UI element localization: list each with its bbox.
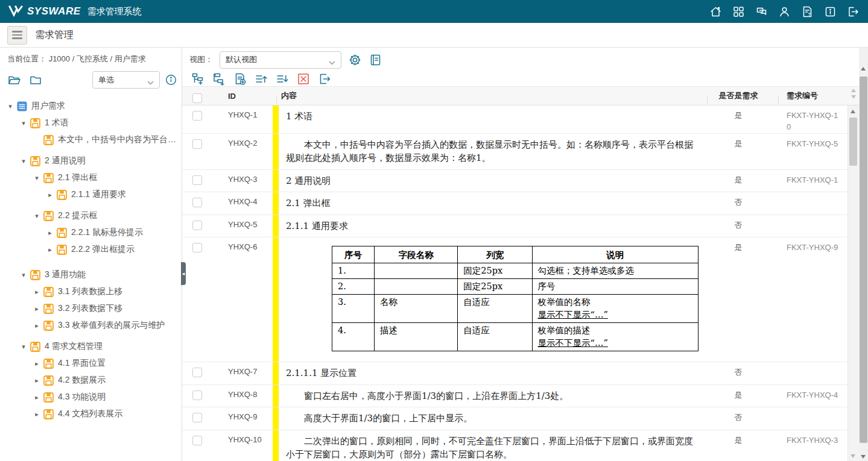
scrollbar-down-arrow[interactable] <box>851 454 855 458</box>
row-checkbox[interactable] <box>192 175 202 185</box>
tree-caret-icon[interactable]: ▸ <box>33 411 41 418</box>
add-child-node-icon[interactable] <box>212 72 226 86</box>
tree-item[interactable]: ▸4.3 功能说明 <box>0 389 182 406</box>
user-icon[interactable] <box>778 5 791 18</box>
select-all-checkbox[interactable] <box>192 93 202 103</box>
tree-caret-icon[interactable]: ▸ <box>46 230 54 236</box>
tree-item[interactable]: ▸2.2.2 弹出框提示 <box>0 241 182 258</box>
apps-grid-icon[interactable] <box>732 5 745 18</box>
tree-item[interactable]: ▸3.3 枚举值列表的展示与维护 <box>0 317 182 334</box>
table-row[interactable]: YHXQ-8窗口左右居中，高度小于界面1/3的窗口，上沿在界面上方1/3处。是F… <box>182 385 848 408</box>
row-checkbox[interactable] <box>192 243 202 252</box>
tree-caret-icon[interactable]: ▸ <box>33 322 41 329</box>
tree-caret-icon[interactable]: ▾ <box>19 272 28 278</box>
table-row[interactable]: YHXQ-10二次弹出的窗口，原则相同，同时，不可完全盖住下层窗口，界面上沿低于… <box>182 430 848 461</box>
tree-caret-icon[interactable]: ▾ <box>6 103 14 110</box>
delete-icon[interactable] <box>297 72 310 86</box>
tree-item[interactable]: ▾2.1 弹出框 <box>0 169 182 186</box>
tree-item[interactable]: ▸3.2 列表数据下移 <box>0 300 182 317</box>
tree-caret-icon[interactable]: ▾ <box>33 175 41 181</box>
export-icon[interactable] <box>318 72 331 86</box>
tree-caret-icon[interactable]: ▸ <box>33 377 41 384</box>
tree-item[interactable]: ▾用户需求 <box>0 98 182 114</box>
select-mode-dropdown[interactable]: 单选 <box>92 71 160 89</box>
row-content: 1 术语 <box>273 105 706 133</box>
table-row[interactable]: YHXQ-2本文中，中括号中内容为平台插入的数据，数据显示时无中括号。如：名称顺… <box>182 134 848 170</box>
tree-caret-icon[interactable]: ▸ <box>33 394 41 401</box>
column-header-req-no[interactable]: 需求编号 <box>771 90 848 101</box>
row-checkbox[interactable] <box>192 368 202 377</box>
tree-caret-icon[interactable]: ▾ <box>19 343 28 350</box>
row-checkbox[interactable] <box>192 436 202 445</box>
column-header-is-requirement[interactable]: 是否是需求 <box>706 90 771 101</box>
expand-all-folder-icon[interactable] <box>7 73 22 87</box>
table-row[interactable]: YHXQ-11 术语是FKXT-YHXQ-10 <box>182 105 848 134</box>
column-header-id[interactable]: ID <box>212 92 273 101</box>
breadcrumb: 当前位置： J1000 / 飞控系统 / 用户需求 <box>0 48 182 68</box>
home-icon[interactable] <box>709 5 722 18</box>
requirement-tree: ▾用户需求▾1 术语本文中，中括号中内容为平台插...▾2 通用说明▾2.1 弹… <box>0 92 182 422</box>
column-header-content[interactable]: 内容 <box>273 90 706 101</box>
add-document-icon[interactable] <box>233 72 247 86</box>
view-list-icon[interactable] <box>369 53 382 67</box>
table-row[interactable]: YHXQ-72.1.1.1 显示位置否 <box>182 362 848 385</box>
tree-item-label: 4.1 界面位置 <box>58 358 106 369</box>
tree-item[interactable]: ▾2.2 提示框 <box>0 207 182 224</box>
tree-item[interactable]: ▾3 通用功能 <box>0 266 182 283</box>
tree-item[interactable]: ▸3.1 列表数据上移 <box>0 283 182 300</box>
tree-caret-icon[interactable]: ▾ <box>33 213 41 219</box>
row-is-requirement: 是 <box>706 237 771 362</box>
sidebar-collapse-handle[interactable]: ◂ <box>181 262 186 285</box>
row-checkbox[interactable] <box>192 139 202 149</box>
tree-item[interactable]: ▸4.1 界面位置 <box>0 355 182 372</box>
tree-caret-icon[interactable]: ▾ <box>19 120 28 127</box>
row-checkbox-cell <box>182 362 212 384</box>
tree-item[interactable]: ▾2 通用说明 <box>0 152 182 169</box>
row-checkbox[interactable] <box>192 221 202 230</box>
info-circle-icon[interactable] <box>165 74 177 86</box>
row-checkbox[interactable] <box>192 111 202 121</box>
move-down-icon[interactable] <box>276 72 289 86</box>
table-row[interactable]: YHXQ-52.1.1 通用要求否 <box>182 215 848 238</box>
page-scroll-up-arrow[interactable] <box>861 67 866 71</box>
row-req-no: FKXT-YHXQ-9 <box>771 237 848 362</box>
menu-hamburger-button[interactable] <box>7 26 27 45</box>
tree-item[interactable]: ▸2.1.1 通用要求 <box>0 186 182 203</box>
view-select-dropdown[interactable]: 默认视图 <box>220 51 341 69</box>
table-row[interactable]: YHXQ-42.1 弹出框否 <box>182 192 848 215</box>
view-settings-gear-icon[interactable] <box>348 53 362 67</box>
page-scrollbar-thumb[interactable] <box>860 77 867 443</box>
scrollbar-up-arrow[interactable] <box>851 110 855 113</box>
tree-caret-icon[interactable]: ▾ <box>19 158 28 165</box>
tree-item[interactable]: ▾1 术语 <box>0 114 182 131</box>
tree-caret-icon[interactable]: ▸ <box>46 246 54 253</box>
table-row[interactable]: YHXQ-6序号字段名称列宽说明1.固定25px勾选框；支持单选或多选2.固定2… <box>182 237 848 362</box>
tree-item[interactable]: ▸4.2 数据展示 <box>0 372 182 389</box>
page-scroll-down-arrow[interactable] <box>861 455 866 459</box>
info-square-icon[interactable] <box>824 5 837 18</box>
collapse-all-folder-icon[interactable] <box>29 73 43 87</box>
row-content-text: 2.1 弹出框 <box>279 192 706 215</box>
scroll-down-icon[interactable] <box>851 95 856 99</box>
tree-item[interactable]: ▸2.2.1 鼠标悬停提示 <box>0 224 182 241</box>
scroll-up-icon[interactable] <box>851 89 856 92</box>
move-up-icon[interactable] <box>255 72 268 86</box>
table-row[interactable]: YHXQ-9高度大于界面1/3的窗口，上下居中显示。否 <box>182 407 848 430</box>
tree-item[interactable]: ▾4 需求文档管理 <box>0 338 182 355</box>
row-checkbox[interactable] <box>192 390 202 400</box>
table-row[interactable]: YHXQ-32 通用说明是FKXT-YHXQ-1 <box>182 170 848 193</box>
row-checkbox[interactable] <box>192 198 202 207</box>
tree-caret-icon[interactable]: ▸ <box>46 192 54 198</box>
table-scrollbar-thumb[interactable] <box>849 118 857 166</box>
help-doc-icon[interactable]: ? <box>801 5 814 18</box>
tree-item[interactable]: ▸4.4 文档列表展示 <box>0 406 182 422</box>
messages-icon[interactable] <box>755 5 768 18</box>
tree-caret-icon[interactable]: ▸ <box>33 289 41 295</box>
tree-item[interactable]: 本文中，中括号中内容为平台插... <box>0 131 182 148</box>
row-checkbox[interactable] <box>192 413 202 422</box>
tree-caret-icon[interactable]: ▸ <box>33 306 41 312</box>
logout-icon[interactable] <box>847 5 860 18</box>
spec-desc-cell: 勾选框；支持单选或多选 <box>532 263 698 279</box>
add-sibling-node-icon[interactable] <box>191 72 204 86</box>
tree-caret-icon[interactable]: ▸ <box>33 360 41 367</box>
